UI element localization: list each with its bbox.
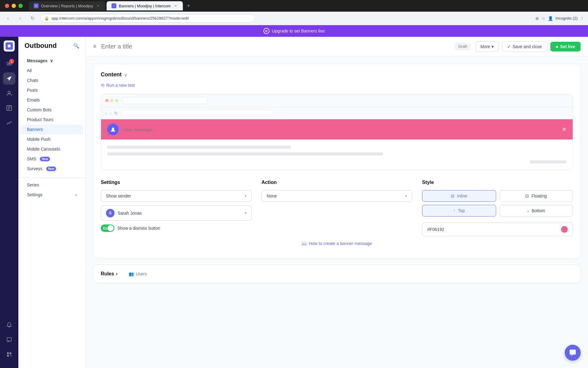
- posts-label: Posts: [27, 88, 38, 93]
- settings-chevron: ›: [75, 192, 77, 197]
- rail-icon-reports[interactable]: [3, 102, 15, 114]
- address-input[interactable]: 🔒 app.intercom.com/a/apps/nnsgmgob/outbo…: [40, 14, 255, 23]
- browser-toolbar: ⊕ ☆ 👤 Incognito (2) ⋮: [535, 16, 584, 21]
- settings-label: Settings: [27, 192, 43, 197]
- banner-message-input[interactable]: [123, 127, 558, 132]
- inbox-badge: 1: [9, 59, 14, 64]
- tab-2-favicon: I: [111, 3, 116, 8]
- sender-name: Sarah Jonas: [118, 211, 142, 216]
- reload-button[interactable]: ↻: [28, 14, 37, 23]
- banner-preview: ✕: [101, 119, 573, 140]
- sidebar-search-icon[interactable]: 🔍: [73, 43, 79, 49]
- minimize-window-button[interactable]: [12, 4, 16, 8]
- rules-title[interactable]: Rules ›: [101, 271, 118, 277]
- settings-column: Settings Show sender ▾ S Sarah Jonas ▾: [101, 180, 252, 236]
- rail-icon-outbound[interactable]: [3, 72, 15, 85]
- fullscreen-window-button[interactable]: [18, 4, 23, 8]
- floating-style-button[interactable]: ⊡ Floating: [499, 190, 573, 202]
- upgrade-banner[interactable]: ⊕ Upgrade to set Banners live: [0, 25, 588, 37]
- floating-icon: ⊡: [525, 194, 529, 198]
- more-button[interactable]: More ▾: [475, 41, 499, 52]
- set-live-button[interactable]: ● Set live: [550, 42, 581, 52]
- sidebar-item-chats[interactable]: Chats: [21, 75, 83, 85]
- rail-icon-analytics[interactable]: [3, 117, 15, 129]
- sidebar-item-mobile-carousels[interactable]: Mobile Carousels: [21, 144, 83, 154]
- mock-traffic-lights: [105, 99, 118, 102]
- more-chevron-icon: ▾: [492, 44, 494, 49]
- app-logo[interactable]: [4, 40, 15, 52]
- sidebar-item-mobile-push[interactable]: Mobile Push: [21, 134, 83, 144]
- sidebar-item-surveys[interactable]: Surveys New: [21, 164, 83, 174]
- sidebar-item-series[interactable]: Series: [21, 180, 83, 190]
- svg-rect-10: [11, 356, 12, 356]
- chat-widget-button[interactable]: [565, 345, 581, 361]
- rules-users[interactable]: 👥 Users: [129, 271, 147, 276]
- tab-1-close[interactable]: ✕: [96, 3, 100, 8]
- sidebar-item-product-tours[interactable]: Product Tours: [21, 115, 83, 125]
- new-tab-button[interactable]: +: [184, 2, 193, 10]
- tab-1-title: Overview | Reports | Moodjoy: [41, 4, 93, 8]
- upgrade-icon: ⊕: [263, 28, 270, 34]
- mock-search-bar: [121, 110, 274, 117]
- help-link[interactable]: 📖 How to create a banner message: [101, 236, 573, 251]
- inline-style-button[interactable]: ⊟ Inline: [422, 190, 496, 202]
- action-option: None: [267, 194, 277, 198]
- sidebar-item-posts[interactable]: Posts: [21, 85, 83, 95]
- rail-icon-apps[interactable]: [3, 348, 15, 361]
- sidebar-item-sms[interactable]: SMS New: [21, 154, 83, 164]
- hamburger-button[interactable]: ≡: [93, 43, 96, 50]
- close-window-button[interactable]: [5, 4, 9, 8]
- content-chevron-icon[interactable]: ∨: [124, 72, 127, 77]
- sidebar-item-custom-bots[interactable]: Custom Bots: [21, 105, 83, 115]
- sidebar-item-all[interactable]: All: [21, 66, 83, 75]
- rail-icon-chat[interactable]: [3, 334, 15, 346]
- top-position-button[interactable]: ↑ Top: [422, 205, 496, 217]
- bottom-position-button[interactable]: ↓ Bottom: [499, 205, 573, 217]
- editor-title-input[interactable]: [101, 43, 450, 50]
- mock-dot-red: [105, 99, 108, 102]
- checkmark-icon: ✓: [507, 44, 511, 49]
- sidebar-item-banners[interactable]: Banners: [21, 125, 83, 134]
- color-field[interactable]: #F06192: [422, 223, 573, 236]
- editor-header: ≡ Draft More ▾ ✓ Save and close ● Set li…: [86, 37, 588, 56]
- messages-label: Messages: [27, 58, 47, 63]
- sidebar-item-emails[interactable]: Emails: [21, 95, 83, 105]
- action-select[interactable]: None ▾: [262, 190, 413, 202]
- rail-icon-notifications[interactable]: [3, 319, 15, 331]
- incognito-label: Incognito (2): [556, 16, 578, 21]
- run-test-link[interactable]: ⟲ Run a new test: [101, 83, 573, 88]
- svg-rect-5: [9, 352, 11, 354]
- menu-icon[interactable]: ⋮: [580, 16, 584, 21]
- dismiss-toggle[interactable]: On: [101, 224, 114, 232]
- sidebar-item-settings[interactable]: Settings ›: [21, 190, 83, 200]
- browser-tab-2[interactable]: I Banners | Moodjoy | Intercom ✕: [107, 1, 183, 10]
- circle-icon: ●: [556, 44, 558, 49]
- rules-title-text: Rules: [101, 271, 114, 277]
- sender-avatar-row: S Sarah Jonas: [106, 209, 142, 217]
- address-text: app.intercom.com/a/apps/nnsgmgob/outboun…: [51, 16, 189, 21]
- profiles-icon[interactable]: 👤: [548, 16, 553, 21]
- save-close-button[interactable]: ✓ Save and close: [502, 41, 547, 52]
- sender-name-select[interactable]: S Sarah Jonas ▾: [101, 205, 252, 221]
- tab-2-close[interactable]: ✕: [173, 3, 178, 8]
- sidebar-title: Outbound 🔍: [18, 42, 85, 55]
- style-column: Style ⊟ Inline ⊡ Floating: [422, 180, 573, 236]
- rail-icon-contacts[interactable]: [3, 87, 15, 99]
- back-button[interactable]: ‹: [4, 14, 12, 23]
- rail-icon-inbox[interactable]: ✉ 1: [3, 58, 15, 70]
- mock-back-button: ‹: [105, 111, 107, 116]
- inline-icon: ⊟: [451, 194, 454, 198]
- sidebar-divider-1: [18, 177, 85, 178]
- banner-close-button[interactable]: ✕: [562, 126, 567, 133]
- style-options: ⊟ Inline ⊡ Floating ↑: [422, 190, 573, 236]
- upgrade-text: Upgrade to set Banners live: [272, 29, 325, 33]
- forward-button[interactable]: ›: [16, 14, 24, 23]
- browser-tab-1[interactable]: M Overview | Reports | Moodjoy ✕: [29, 1, 105, 10]
- messages-header[interactable]: Messages ∨: [21, 56, 83, 66]
- tab-2-title: Banners | Moodjoy | Intercom: [119, 4, 171, 8]
- main-content: ≡ Draft More ▾ ✓ Save and close ● Set li…: [86, 37, 588, 368]
- show-sender-select[interactable]: Show sender ▾: [101, 190, 252, 202]
- browser-chrome: M Overview | Reports | Moodjoy ✕ I Banne…: [0, 0, 588, 12]
- bookmark-icon[interactable]: ☆: [541, 16, 545, 21]
- browser-preview-mockup: ‹ › ↻ ✕: [101, 94, 573, 170]
